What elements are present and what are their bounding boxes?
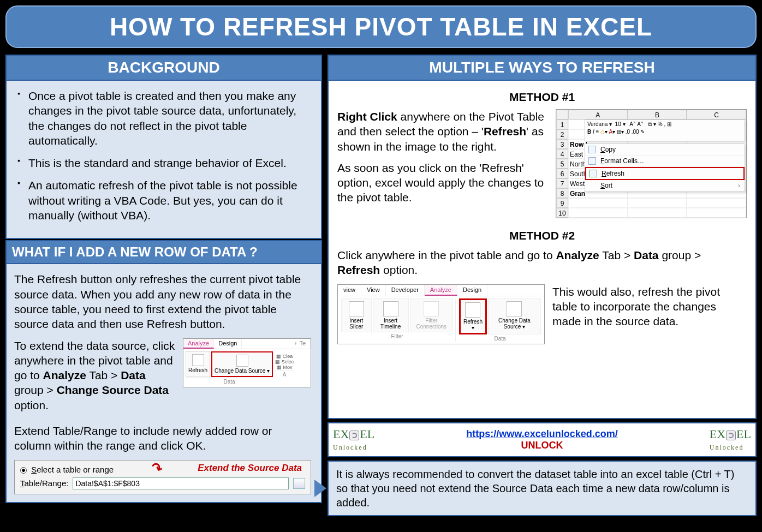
ribbon-group-data-label: Data	[186, 377, 273, 385]
brand-logo-left: EXELUnlocked	[333, 429, 374, 451]
ctx-format-cells[interactable]: Format Cells…	[585, 156, 745, 167]
lock-icon	[726, 431, 736, 440]
ribbon-tab-view[interactable]: View	[361, 285, 386, 296]
slicer-icon	[349, 301, 364, 316]
refresh-icon	[590, 170, 597, 177]
background-panel: Once a pivot table is created and then y…	[5, 81, 322, 239]
ctx-copy[interactable]: Copy	[585, 144, 745, 156]
m2-para-2: This would also, refresh the pivot table…	[552, 284, 747, 329]
ribbon-tab-review[interactable]: view	[338, 285, 361, 296]
ribbon-tab-design[interactable]: Design	[214, 339, 242, 349]
ribbon-group-data-label: Data	[494, 336, 505, 342]
method2-label: METHOD #2	[337, 229, 747, 242]
ctx-refresh[interactable]: Refresh	[585, 167, 745, 180]
col-header-b[interactable]: B	[628, 110, 687, 119]
right-column: MULTIPLE WAYS TO REFRESH METHOD #1 Right…	[328, 55, 757, 527]
nr-para-2: To extend the data source, click anywher…	[14, 338, 175, 413]
m1-para-1: Right Click anywhere on the Pivot Table …	[337, 109, 548, 154]
range-picker-icon[interactable]	[293, 478, 305, 489]
left-column: BACKGROUND Once a pivot table is created…	[5, 55, 322, 527]
timeline-icon	[383, 301, 398, 316]
tip-box: It is always recommended to convert the …	[328, 461, 757, 516]
refresh-icon	[465, 302, 480, 318]
ribbon-change-data-source-button[interactable]: Change Data Source ▾	[211, 351, 273, 377]
filter-connections-button[interactable]: Filter Connections	[410, 298, 453, 332]
change-data-source-icon	[236, 355, 248, 367]
table-range-label: Table/Range:	[20, 479, 68, 488]
refresh-button[interactable]: Refresh ▾	[459, 298, 487, 334]
brand-unlock-text: UNLOCK	[521, 440, 563, 451]
refresh-icon	[192, 354, 204, 366]
change-data-source-icon	[507, 301, 522, 316]
col-header-a[interactable]: A	[568, 110, 628, 119]
branding-row: EXELUnlocked https://www.excelunlocked.c…	[328, 422, 757, 457]
bg-bullet-3: An automatic refresh of the pivot table …	[14, 178, 311, 223]
annotation-arrow: ↷	[149, 459, 164, 477]
nr-para-3: Extend Table/Range to include newly adde…	[14, 423, 311, 453]
table-range-input[interactable]	[73, 477, 289, 489]
method2-screenshot: view View Developer Analyze Design Inser…	[337, 284, 545, 344]
background-heading: BACKGROUND	[5, 55, 322, 81]
select-range-dialog: ↷ Extend the Source Data Select a table …	[14, 460, 311, 494]
insert-timeline-button[interactable]: Insert Timeline	[373, 298, 409, 332]
bg-bullet-1: Once a pivot table is created and then y…	[14, 88, 311, 148]
brand-logo-right: EXELUnlocked	[710, 429, 751, 451]
new-row-panel: The Refresh button only refreshes the cu…	[5, 264, 322, 503]
ribbon-group-actions-label: A	[275, 370, 294, 378]
ribbon-refresh-button[interactable]: Refresh	[186, 351, 210, 377]
radio-icon[interactable]	[20, 467, 27, 474]
ribbon-tab-design[interactable]: Design	[457, 285, 487, 296]
m1-para-2: As soon as you click on the 'Refresh' op…	[337, 160, 548, 205]
bg-bullet-2: This is the standard and strange behavio…	[14, 156, 311, 170]
page: HOW TO REFRESH PIVOT TABLE IN EXCEL BACK…	[0, 0, 762, 532]
mini-toolbar[interactable]: Verdana ▾ 10 ▾ A˄ A˅ ⧉ ▾ % , ⊞ B I ≡ ◇▾ …	[585, 119, 745, 141]
col-header-c[interactable]: C	[687, 110, 746, 119]
multiple-ways-heading: MULTIPLE WAYS TO REFRESH	[328, 55, 757, 81]
ribbon-tab-analyze[interactable]: Analyze	[425, 285, 457, 296]
context-menu: Copy Format Cells… Refresh Sort	[585, 144, 745, 192]
format-cells-icon	[588, 157, 596, 165]
ribbon-tab-developer[interactable]: Developer	[386, 285, 425, 296]
tip-arrow-icon	[314, 480, 326, 497]
ribbon-group-filter-label: Filter	[391, 333, 403, 339]
insert-slicer-button[interactable]: Insert Slicer	[341, 298, 372, 332]
copy-icon	[588, 146, 596, 153]
annotation-text: Extend the Source Data	[198, 463, 302, 474]
ctx-sort[interactable]: Sort	[585, 180, 745, 192]
select-range-label: elect a table or range	[37, 465, 114, 474]
change-data-source-button[interactable]: Change Data Source ▾	[488, 298, 541, 334]
methods-panel: METHOD #1 Right Click anywhere on the Pi…	[328, 81, 757, 419]
lock-icon	[349, 431, 359, 440]
new-row-heading: WHAT IF I ADD A NEW ROW OF DATA ?	[5, 240, 322, 264]
m2-para-1: Click anywhere in the pivot table and go…	[337, 248, 747, 278]
tip-text: It is always recommended to convert the …	[336, 468, 734, 509]
title-bar: HOW TO REFRESH PIVOT TABLE IN EXCEL	[5, 5, 757, 48]
nr-para-1: The Refresh button only refreshes the cu…	[14, 272, 311, 331]
brand-url-link[interactable]: https://www.excelunlocked.com/	[466, 428, 617, 439]
page-title: HOW TO REFRESH PIVOT TABLE IN EXCEL	[110, 12, 652, 41]
method1-label: METHOD #1	[337, 91, 747, 104]
ribbon-tab-analyze[interactable]: Analyze	[183, 339, 214, 349]
method1-screenshot: A B C 12345678910 Row L East5023098	[556, 109, 747, 218]
change-data-source-screenshot: Analyze Design ♀ Te Refresh Change Data …	[183, 338, 311, 387]
filter-connections-icon	[424, 301, 439, 316]
